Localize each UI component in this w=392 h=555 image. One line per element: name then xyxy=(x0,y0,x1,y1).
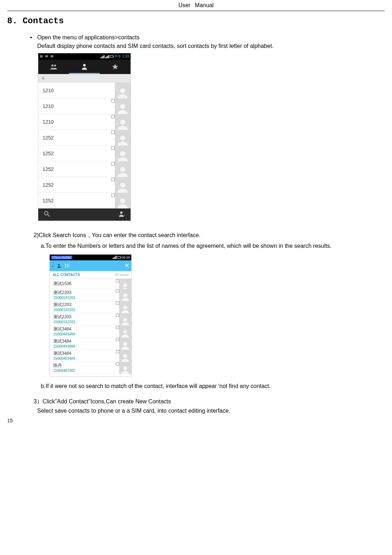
svg-text:+: + xyxy=(123,213,125,217)
signal-icon xyxy=(101,55,104,58)
checkbox[interactable] xyxy=(116,314,119,317)
svg-point-22 xyxy=(123,354,127,358)
svg-point-7 xyxy=(120,151,125,156)
step-3-subtext: Select save contacts to phone or a a SIM… xyxy=(37,408,385,414)
results-header: ALL CONTACTS 28 found xyxy=(50,271,131,279)
contact-row[interactable]: 1252 xyxy=(38,161,131,177)
tab-groups[interactable] xyxy=(38,60,69,74)
contact-name: 1210 xyxy=(43,103,54,109)
battery-icon xyxy=(117,256,121,259)
avatar-icon xyxy=(119,362,131,374)
section-heading: 8. Contacts xyxy=(7,16,385,26)
back-icon[interactable]: ‹ xyxy=(52,263,54,269)
person-small-icon xyxy=(57,263,62,268)
tab-contacts[interactable] xyxy=(69,60,100,74)
checkbox[interactable] xyxy=(116,301,119,305)
checkbox[interactable] xyxy=(111,193,115,197)
checkbox[interactable] xyxy=(111,146,115,150)
all-contacts-label: ALL CONTACTS xyxy=(53,273,80,277)
svg-point-17 xyxy=(123,293,127,297)
page-header: User Manual xyxy=(7,0,385,11)
svg-point-19 xyxy=(123,318,127,321)
svg-line-12 xyxy=(48,215,50,217)
screenshot-search-results: China Mobile 08:29 ‹ 15 ✕ ALL CONTACTS 2… xyxy=(49,254,132,377)
clear-icon[interactable]: ✕ xyxy=(124,262,129,269)
search-result-row[interactable]: 测试220315000192203 xyxy=(50,301,131,313)
search-result-row[interactable]: 测试1536 xyxy=(50,279,131,289)
search-result-row[interactable]: 测试348415000493484 xyxy=(50,338,131,350)
contact-row[interactable]: 1252 xyxy=(38,146,131,161)
avatar-icon xyxy=(119,301,131,313)
svg-point-2 xyxy=(83,64,85,66)
bottom-bar: + xyxy=(38,208,131,221)
search-icon[interactable] xyxy=(43,210,50,219)
bullet-text-1: Open the menu of applications>contacts xyxy=(37,34,385,41)
checkbox[interactable] xyxy=(111,115,115,118)
checkbox[interactable] xyxy=(111,131,115,134)
carrier-label: China Mobile xyxy=(51,256,72,259)
step-3-text: 3）Click"Add Contact"Icons,Can create New… xyxy=(34,398,385,406)
status-bar-2: China Mobile 08:29 xyxy=(50,255,131,260)
avatar-icon xyxy=(115,177,131,193)
checkbox[interactable] xyxy=(111,99,115,103)
svg-point-18 xyxy=(123,305,127,309)
search-result-row[interactable]: 测试348415000493484 xyxy=(50,350,131,362)
contact-name: 1210 xyxy=(43,88,54,93)
contact-name: 1252 xyxy=(43,151,54,156)
svg-point-21 xyxy=(123,342,127,346)
checkbox[interactable] xyxy=(116,362,119,365)
avatar-icon xyxy=(115,83,131,98)
svg-point-6 xyxy=(120,136,125,141)
search-bar: ‹ 15 ✕ xyxy=(50,260,131,271)
avatar-icon xyxy=(119,289,131,301)
svg-point-20 xyxy=(123,330,127,334)
step-2b-text: b.If it were not so search to match of t… xyxy=(41,383,385,389)
status-icon: ⚙ xyxy=(40,54,44,59)
contacts-list-body: I 12101210121012521252125212521252 xyxy=(38,83,131,208)
svg-point-5 xyxy=(120,120,125,125)
svg-point-23 xyxy=(123,366,127,370)
checkbox[interactable] xyxy=(116,338,119,341)
tab-favorites[interactable] xyxy=(100,60,131,74)
contact-row[interactable]: 1210 xyxy=(38,98,131,114)
status-bar: ⚙ ✉ ✉ 下午 1:33 xyxy=(38,53,131,60)
contact-row[interactable]: 1210 xyxy=(38,114,131,130)
svg-point-9 xyxy=(120,183,125,188)
contact-name: 1252 xyxy=(43,135,54,141)
svg-point-10 xyxy=(120,198,125,203)
avatar-icon xyxy=(119,313,131,325)
contact-row[interactable]: 1210 xyxy=(38,83,131,98)
signal-icon xyxy=(113,256,117,259)
status-time-2: 08:29 xyxy=(122,256,130,259)
search-query[interactable]: 15 xyxy=(64,263,122,268)
search-result-row[interactable]: 测试220315000192203 xyxy=(50,289,131,301)
step-2a-text: a.To enter the Numbers or letters and th… xyxy=(7,241,385,251)
avatar-icon xyxy=(115,193,131,208)
bullet-dot: • xyxy=(30,34,37,41)
svg-point-13 xyxy=(120,211,123,214)
svg-point-16 xyxy=(123,283,127,287)
person-icon xyxy=(80,63,88,70)
contact-row[interactable]: 1252 xyxy=(38,177,131,193)
svg-point-15 xyxy=(58,264,60,266)
checkbox[interactable] xyxy=(116,350,119,353)
checkbox[interactable] xyxy=(111,178,115,181)
section-index-hash: # xyxy=(38,74,131,83)
contact-row[interactable]: 1252 xyxy=(38,130,131,146)
tab-bar xyxy=(38,60,131,74)
checkbox[interactable] xyxy=(116,289,119,293)
search-result-row[interactable]: 测试220315000192203 xyxy=(50,313,131,325)
add-contact-icon[interactable]: + xyxy=(118,210,126,219)
search-result-row[interactable]: 测试348415000493484 xyxy=(50,325,131,338)
found-count: 28 found xyxy=(114,273,128,277)
checkbox[interactable] xyxy=(116,279,119,283)
star-icon xyxy=(111,63,119,71)
battery-icon xyxy=(110,55,113,58)
search-result-row[interactable]: 陈丹15900487882 xyxy=(50,362,131,374)
checkbox[interactable] xyxy=(111,162,115,166)
contact-row[interactable]: 1252 xyxy=(38,193,131,208)
page-number: 15 xyxy=(7,418,385,423)
avatar-icon xyxy=(115,146,131,161)
avatar-icon xyxy=(115,114,131,130)
checkbox[interactable] xyxy=(116,326,119,329)
